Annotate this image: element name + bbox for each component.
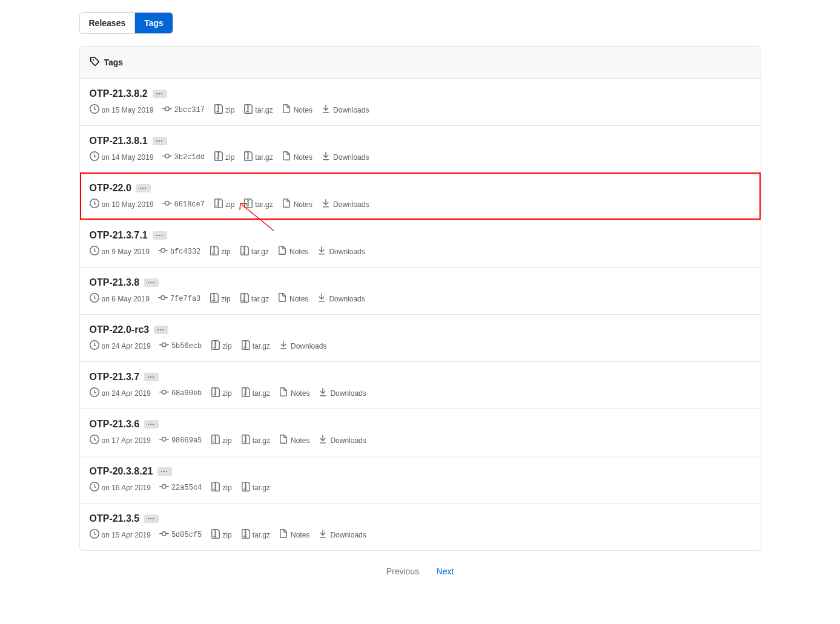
zip-icon [210,529,220,540]
targz-link[interactable]: tar.gz [243,104,273,116]
tab-releases[interactable]: Releases [80,13,135,33]
downloads-link[interactable]: Downloads [321,151,369,163]
commit-link[interactable]: 5b56ecb [159,340,202,352]
downloads-link[interactable]: Downloads [318,529,366,540]
expand-ellipsis-button[interactable] [153,231,167,240]
pagination-previous[interactable]: Previous [386,567,419,576]
tag-name-link[interactable]: OTP-22.0-rc3 [90,324,150,335]
targz-link[interactable]: tar.gz [239,246,269,257]
tab-tags[interactable]: Tags [134,13,173,33]
zip-link[interactable]: zip [210,482,231,493]
zip-link[interactable]: zip [213,151,234,163]
downloads-link[interactable]: Downloads [317,246,365,257]
targz-link[interactable]: tar.gz [240,340,270,352]
downloads-link[interactable]: Downloads [318,387,366,399]
tag-name-link[interactable]: OTP-21.3.8 [90,277,140,287]
targz-link[interactable]: tar.gz [240,387,270,399]
expand-ellipsis-button[interactable] [157,467,172,476]
commit-link[interactable]: 22a55c4 [159,482,202,493]
downloads-label: Downloads [330,531,366,539]
notes-label: Notes [294,106,313,114]
file-icon [282,199,291,210]
downloads-link[interactable]: Downloads [321,104,369,116]
tag-date: on 6 May 2019 [90,293,150,304]
commit-link[interactable]: 5d05cf5 [159,529,202,540]
tag-date: on 15 May 2019 [90,104,154,116]
expand-ellipsis-button[interactable] [144,373,159,381]
download-icon [321,199,331,210]
zip-link[interactable]: zip [209,246,230,257]
commit-link[interactable]: 7fe7fa3 [158,293,200,304]
tag-name-link[interactable]: OTP-21.3.8.2 [90,88,148,99]
notes-label: Notes [291,389,309,398]
expand-ellipsis-button[interactable] [136,184,151,192]
notes-label: Notes [294,153,313,162]
tag-name-link[interactable]: OTP-21.3.7.1 [90,230,148,240]
downloads-link[interactable]: Downloads [279,340,326,352]
expand-ellipsis-button[interactable] [153,137,167,145]
file-icon [282,104,291,116]
zip-link[interactable]: zip [213,104,234,116]
commit-link[interactable]: 3b2c1dd [162,151,205,163]
targz-link[interactable]: tar.gz [240,482,270,493]
targz-link[interactable]: tar.gz [243,199,273,210]
notes-link[interactable]: Notes [279,387,309,399]
box-header-title: Tags [104,57,124,67]
targz-link[interactable]: tar.gz [239,293,269,304]
tag-row: OTP-21.3.7 on 24 Apr 2019 68a90eb zip ta… [80,361,761,409]
zip-link[interactable]: zip [210,387,231,399]
commit-sha: 2bcc317 [174,106,205,114]
notes-link[interactable]: Notes [282,151,313,163]
targz-link[interactable]: tar.gz [243,151,273,163]
tag-name-link[interactable]: OTP-20.3.8.21 [90,466,153,476]
notes-link[interactable]: Notes [279,529,309,540]
file-icon [279,387,288,399]
targz-label: tar.gz [253,531,270,539]
downloads-label: Downloads [291,342,326,350]
tag-name-link[interactable]: OTP-22.0 [90,183,131,193]
expand-ellipsis-button[interactable] [144,514,159,523]
tag-name-link[interactable]: OTP-21.3.8.1 [90,136,148,146]
tag-name-link[interactable]: OTP-21.3.5 [90,513,140,524]
commit-link[interactable]: 98669a5 [159,435,202,446]
zip-icon [240,435,250,446]
tabnav: Releases Tags [79,12,761,34]
expand-ellipsis-button[interactable] [153,90,167,98]
date-text: on 6 May 2019 [102,295,150,303]
tag-date: on 10 May 2019 [90,199,154,210]
zip-link[interactable]: zip [210,529,231,540]
commit-link[interactable]: bfc4332 [158,246,200,257]
date-text: on 24 Apr 2019 [102,389,151,398]
downloads-link[interactable]: Downloads [317,293,365,304]
zip-link[interactable]: zip [210,435,231,446]
zip-icon [213,151,223,163]
expand-ellipsis-button[interactable] [144,420,159,429]
tag-name-link[interactable]: OTP-21.3.7 [90,372,140,382]
expand-ellipsis-button[interactable] [154,326,168,334]
download-icon [318,387,328,399]
notes-link[interactable]: Notes [277,293,308,304]
expand-ellipsis-button[interactable] [144,278,159,287]
commit-sha: 3b2c1dd [174,153,205,162]
zip-label: zip [222,531,231,539]
targz-link[interactable]: tar.gz [240,435,270,446]
zip-link[interactable]: zip [209,293,230,304]
downloads-link[interactable]: Downloads [318,435,366,446]
pagination-next[interactable]: Next [437,567,454,576]
downloads-link[interactable]: Downloads [321,199,369,210]
zip-link[interactable]: zip [210,340,231,352]
targz-link[interactable]: tar.gz [240,529,270,540]
notes-link[interactable]: Notes [279,435,309,446]
zip-label: zip [222,436,231,445]
commit-link[interactable]: 68a90eb [159,387,202,399]
tag-name-link[interactable]: OTP-21.3.6 [90,419,140,429]
zip-link[interactable]: zip [213,199,234,210]
notes-link[interactable]: Notes [277,246,308,257]
commit-link[interactable]: 6618ce7 [162,199,205,210]
zip-icon [210,387,220,399]
notes-link[interactable]: Notes [282,199,313,210]
notes-label: Notes [289,295,308,303]
targz-label: tar.gz [253,389,270,398]
notes-link[interactable]: Notes [282,104,313,116]
commit-link[interactable]: 2bcc317 [162,104,205,116]
